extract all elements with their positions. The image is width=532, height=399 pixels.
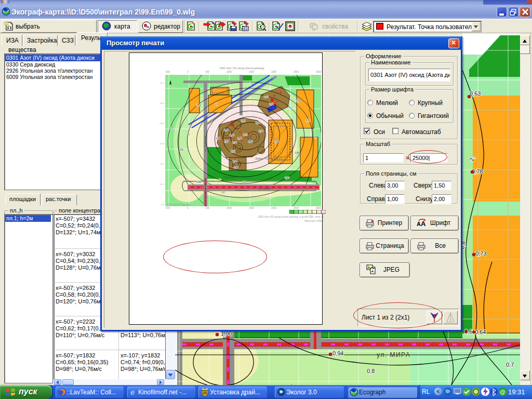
svg-text:1,00: 1,00	[196, 181, 201, 183]
svg-text:4,57: 4,57	[224, 140, 229, 143]
svg-text:@: @	[500, 389, 506, 395]
svg-text:0,86: 0,86	[234, 166, 238, 169]
svg-text:1,33: 1,33	[232, 141, 237, 144]
svg-text:1,12: 1,12	[231, 150, 235, 153]
svg-text:1,48: 1,48	[237, 137, 242, 140]
svg-text:0,7: 0,7	[314, 136, 317, 139]
svg-text:1,41: 1,41	[241, 119, 246, 122]
svg-text:A: A	[421, 220, 426, 228]
svg-text:0,7: 0,7	[506, 362, 514, 368]
svg-text:0,64: 0,64	[475, 329, 486, 335]
svg-text:1,08: 1,08	[233, 160, 237, 163]
svg-text:0,63: 0,63	[470, 90, 481, 97]
svg-text:0,81: 0,81	[295, 152, 300, 154]
svg-text:0,73: 0,73	[475, 250, 486, 257]
svg-text:1,73: 1,73	[243, 134, 248, 136]
svg-text:1,44: 1,44	[256, 122, 260, 124]
svg-text:0,9: 0,9	[243, 181, 247, 183]
svg-text:1,44: 1,44	[224, 129, 229, 131]
svg-text:1,2: 1,2	[215, 103, 219, 105]
svg-text:0,60: 0,60	[285, 177, 289, 179]
svg-text:1,30: 1,30	[269, 103, 274, 105]
svg-text:1,09: 1,09	[259, 130, 263, 132]
svg-text:Парковая з.: Парковая з.	[223, 176, 237, 179]
svg-text:A: A	[417, 221, 421, 227]
svg-text:свойства: свойства	[322, 23, 348, 30]
svg-text:1,41: 1,41	[248, 140, 253, 143]
svg-text:ул. ПОБЕДЫ: ул. ПОБЕДЫ	[204, 136, 207, 152]
svg-text:1,03: 1,03	[264, 96, 269, 98]
svg-text:1,41: 1,41	[196, 104, 201, 107]
svg-text:ул. МИРА: ул. МИРА	[259, 187, 271, 190]
svg-text:e: e	[130, 388, 135, 396]
svg-text:Завод "КОРМОФОС": Завод "КОРМОФОС"	[255, 157, 283, 160]
svg-text:0,77: 0,77	[305, 119, 310, 122]
svg-text:0,8: 0,8	[367, 368, 375, 374]
svg-text:1,0: 1,0	[221, 191, 225, 194]
svg-text:ул. МИРА: ул. МИРА	[377, 351, 410, 358]
svg-text:0,94: 0,94	[332, 350, 343, 356]
svg-text:0,96: 0,96	[274, 140, 279, 143]
svg-text:1,60: 1,60	[230, 134, 234, 137]
svg-text:0,9: 0,9	[169, 127, 173, 129]
svg-text:0,63: 0,63	[296, 100, 301, 102]
svg-text:0,8: 0,8	[180, 149, 183, 151]
svg-text:1,44: 1,44	[216, 137, 220, 140]
